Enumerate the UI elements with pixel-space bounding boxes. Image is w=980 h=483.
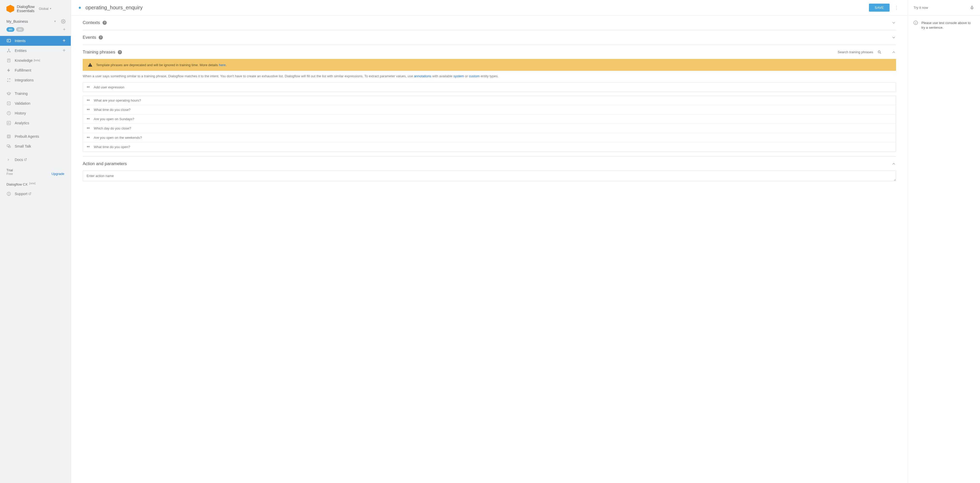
quote-icon [86,126,90,130]
sidebar-item-knowledge[interactable]: Knowledge [beta] [0,56,71,65]
add-entity-button[interactable]: + [62,48,65,54]
section-events: Events ? [83,30,896,45]
phrase-text: Which day do you close? [94,126,131,130]
sidebar-item-fulfillment[interactable]: Fulfillment [0,65,71,75]
sidebar-item-smalltalk[interactable]: Small Talk [0,141,71,151]
entities-icon [6,48,12,53]
brand-area: Dialogflow Essentials Global [0,0,71,16]
sidebar-item-entities[interactable]: Entities + [0,46,71,56]
agent-dropdown-icon[interactable]: ▼ [54,20,56,23]
action-name-input[interactable] [83,171,896,181]
sidebar-item-training[interactable]: Training [0,89,71,99]
main-panel: operating_hours_enquiry SAVE ⋮ Contexts … [71,0,908,483]
resize-handle-icon[interactable] [894,179,896,181]
lang-pill-es[interactable]: es [16,27,24,32]
save-button[interactable]: SAVE [869,4,889,12]
chevron-up-icon[interactable] [891,50,896,54]
training-phrase-row[interactable]: Are you open on the weekends? [83,133,896,142]
fulfillment-icon [6,68,12,73]
phrase-text: What time do you open? [94,145,130,149]
add-language-button[interactable]: + [63,27,65,32]
help-icon[interactable]: ? [118,50,122,54]
section-action-parameters: Action and parameters [83,156,896,186]
history-icon [6,111,12,116]
intents-icon [6,38,12,43]
quote-icon [86,85,90,89]
upgrade-link[interactable]: Upgrade [51,172,64,176]
trial-plan: Free [6,172,13,176]
phrase-text: Are you open on Sundays? [94,117,134,121]
knowledge-icon [6,58,12,63]
section-title: Action and parameters [83,161,127,166]
sidebar: Dialogflow Essentials Global My_Business… [0,0,71,483]
gear-icon[interactable] [61,19,65,24]
agent-name[interactable]: My_Business [6,19,54,24]
sidebar-item-docs[interactable]: Docs [0,155,71,165]
sidebar-label: Validation [15,101,30,105]
more-menu-icon[interactable]: ⋮ [893,5,900,11]
global-dropdown[interactable]: Global [39,7,52,11]
trial-block: Trial Free Upgrade [0,165,71,179]
chevron-up-icon[interactable] [891,161,896,166]
phrase-text: Are you open on the weekends? [94,135,142,140]
search-training-phrases[interactable] [838,50,881,54]
sidebar-item-intents[interactable]: Intents + [0,36,71,46]
deprecation-warning: Template phrases are deprecated and will… [83,59,896,71]
svg-rect-10 [8,135,10,137]
microphone-icon[interactable] [970,5,974,10]
system-link[interactable]: system [453,74,464,78]
svg-point-4 [10,51,10,52]
lang-pill-en[interactable]: en [6,27,14,32]
custom-link[interactable]: custom [469,74,480,78]
section-title: Training phrases [83,49,115,55]
search-input[interactable] [838,50,877,54]
sidebar-label: Prebuilt Agents [15,134,39,139]
try-it-body: i Please use test console above to try a… [908,16,980,35]
dialogflow-logo-icon [6,5,14,13]
chevron-down-icon[interactable] [891,21,896,25]
sidebar-item-validation[interactable]: Validation [0,99,71,108]
add-intent-button[interactable]: + [62,38,65,44]
sidebar-item-history[interactable]: History [0,108,71,118]
sidebar-label: Analytics [15,121,29,125]
sidebar-item-integrations[interactable]: Integrations [0,75,71,85]
sidebar-item-prebuilt[interactable]: Prebuilt Agents [0,132,71,141]
training-phrase-row[interactable]: What time do you open? [83,142,896,151]
svg-point-14 [9,194,9,195]
training-phrase-row[interactable]: Which day do you close? [83,124,896,133]
quote-icon [86,145,90,148]
sidebar-item-analytics[interactable]: Analytics [0,118,71,128]
training-phrase-row[interactable]: What time do you close? [83,105,896,115]
annotations-link[interactable]: annotations [414,74,431,78]
svg-point-2 [8,49,9,49]
topbar: operating_hours_enquiry SAVE ⋮ [71,0,908,16]
brand-text: Dialogflow Essentials [17,5,35,13]
warning-link[interactable]: here [219,63,226,67]
smalltalk-icon [6,144,12,148]
svg-rect-1 [7,39,11,42]
add-expression-input[interactable] [94,85,892,89]
training-phrase-row[interactable]: Are you open on Sundays? [83,115,896,124]
analytics-icon [6,121,12,125]
warning-icon [88,62,92,67]
chevron-down-icon[interactable] [891,35,896,40]
svg-point-15 [878,51,880,53]
sidebar-label: Training [15,91,28,96]
dialogflow-cx-link[interactable]: Dialogflow CX [new] [0,179,71,189]
quote-icon [86,117,90,121]
brand-line1: Dialogflow [17,5,35,9]
prebuilt-icon [6,134,12,139]
svg-rect-9 [7,135,10,138]
training-phrase-row[interactable]: What are your operating hours? [83,96,896,105]
help-icon[interactable]: ? [103,21,107,25]
page-title[interactable]: operating_hours_enquiry [86,5,869,11]
try-it-input[interactable] [914,6,970,10]
sidebar-label: Integrations [15,78,33,82]
sidebar-label: Small Talk [15,144,31,148]
search-icon[interactable] [877,50,881,54]
validation-icon [6,101,12,106]
training-phrases-list: What are your operating hours?What time … [83,96,896,152]
help-icon[interactable]: ? [99,35,103,40]
sidebar-item-support[interactable]: Support [0,189,71,199]
intent-indicator-dot [79,7,81,9]
